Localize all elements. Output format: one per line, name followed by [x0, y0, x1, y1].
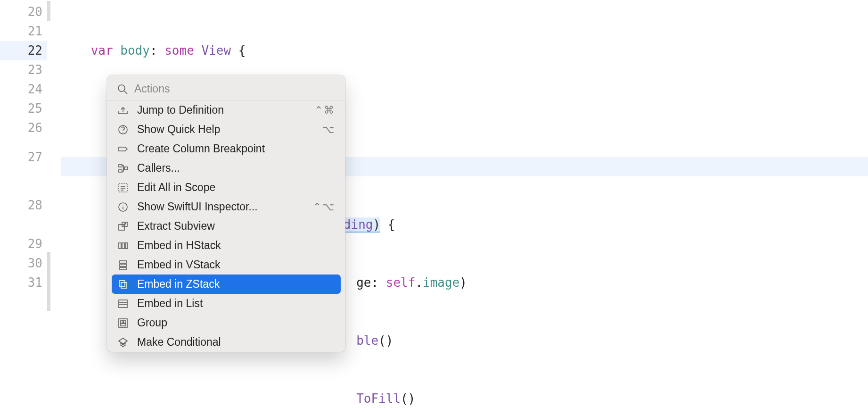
search-icon	[117, 84, 128, 94]
line-number[interactable]: 21	[0, 22, 42, 41]
svg-rect-30	[123, 321, 126, 323]
menu-label: Create Column Breakpoint	[137, 142, 335, 155]
line-number[interactable]: 26	[0, 118, 42, 138]
line-number[interactable]: 20	[0, 2, 42, 22]
menu-extract-subview[interactable]: Extract Subview	[107, 216, 345, 236]
edit-scope-icon	[117, 182, 129, 193]
svg-line-1	[124, 91, 127, 94]
svg-rect-7	[124, 167, 128, 170]
menu-show-quick-help[interactable]: Show Quick Help ⌥	[107, 120, 345, 139]
jump-definition-icon	[117, 105, 129, 116]
svg-rect-18	[122, 243, 124, 249]
menu-jump-to-definition[interactable]: Jump to Definition ⌃⌘	[107, 100, 345, 120]
line-number-gutter: 20 21 22 23 24 25 26 27 28 29 30 31	[0, 0, 47, 416]
menu-label: Callers...	[137, 162, 335, 175]
gutter-change-marks	[47, 0, 61, 416]
svg-rect-31	[121, 324, 126, 326]
actions-search[interactable]: Actions	[107, 80, 345, 100]
menu-label: Group	[137, 316, 335, 329]
line-number[interactable]: 24	[0, 80, 42, 99]
code-line[interactable]: ToFill()	[61, 389, 868, 408]
line-number[interactable]: 28	[0, 176, 42, 234]
menu-embed-hstack[interactable]: Embed in HStack	[107, 236, 345, 255]
extract-icon	[117, 221, 129, 232]
line-number[interactable]: 31	[0, 273, 42, 350]
svg-rect-8	[119, 183, 127, 192]
menu-label: Embed in List	[137, 297, 335, 310]
help-icon	[117, 124, 129, 135]
menu-group[interactable]: Group	[107, 313, 345, 333]
line-number-active[interactable]: 22	[0, 41, 47, 60]
svg-rect-21	[120, 264, 126, 266]
decl-name: body	[120, 43, 150, 58]
svg-rect-24	[121, 283, 127, 288]
change-mark	[47, 1, 50, 21]
svg-point-14	[123, 204, 123, 205]
svg-rect-23	[119, 281, 125, 286]
menu-label: Jump to Definition	[137, 104, 306, 116]
code-line[interactable]: var body: some View {	[61, 41, 868, 60]
actions-search-placeholder: Actions	[134, 83, 170, 95]
line-number[interactable]: 23	[0, 60, 42, 80]
menu-embed-vstack[interactable]: Embed in VStack	[107, 255, 345, 275]
menu-label: Embed in VStack	[137, 258, 335, 271]
change-mark	[47, 252, 50, 311]
svg-rect-25	[119, 300, 127, 308]
list-icon	[117, 298, 129, 309]
breakpoint-icon	[117, 143, 129, 155]
info-icon	[117, 201, 129, 213]
svg-rect-29	[121, 321, 123, 323]
svg-rect-19	[125, 243, 128, 249]
svg-rect-5	[119, 165, 122, 167]
menu-create-column-breakpoint[interactable]: Create Column Breakpoint	[107, 139, 345, 158]
vstack-icon	[117, 259, 129, 271]
menu-embed-zstack[interactable]: Embed in ZStack	[112, 275, 341, 294]
callers-icon	[117, 163, 129, 174]
menu-label: Edit All in Scope	[137, 181, 335, 194]
menu-shortcut: ⌃⌥	[313, 201, 335, 213]
menu-label: Embed in HStack	[137, 239, 335, 252]
svg-rect-17	[119, 243, 121, 249]
conditional-icon	[117, 337, 129, 348]
svg-rect-20	[120, 261, 126, 263]
menu-label: Make Conditional	[137, 336, 335, 349]
keyword-var: var	[91, 43, 113, 58]
hstack-icon	[117, 240, 129, 251]
line-number[interactable]: 29	[0, 234, 42, 254]
actions-popup: Actions Jump to Definition ⌃⌘ Show Quick…	[107, 75, 345, 352]
menu-label: Extract Subview	[137, 220, 335, 233]
menu-edit-all-in-scope[interactable]: Edit All in Scope	[107, 178, 345, 197]
menu-make-conditional[interactable]: Make Conditional	[107, 333, 345, 352]
svg-rect-6	[119, 170, 122, 172]
menu-label: Show Quick Help	[137, 123, 314, 136]
line-number[interactable]: 30	[0, 254, 42, 273]
menu-show-swiftui-inspector[interactable]: Show SwiftUI Inspector... ⌃⌥	[107, 197, 345, 216]
svg-rect-22	[120, 267, 126, 270]
menu-embed-list[interactable]: Embed in List	[107, 294, 345, 313]
menu-shortcut: ⌥	[322, 124, 335, 136]
menu-shortcut: ⌃⌘	[314, 104, 335, 116]
line-number[interactable]: 27	[0, 138, 42, 176]
group-icon	[117, 317, 129, 329]
svg-point-0	[118, 85, 125, 92]
svg-point-4	[123, 132, 123, 133]
line-number[interactable]: 25	[0, 99, 42, 118]
menu-label: Embed in ZStack	[137, 278, 335, 291]
menu-callers[interactable]: Callers...	[107, 158, 345, 178]
menu-label: Show SwiftUI Inspector...	[137, 200, 304, 213]
zstack-icon	[117, 279, 129, 290]
